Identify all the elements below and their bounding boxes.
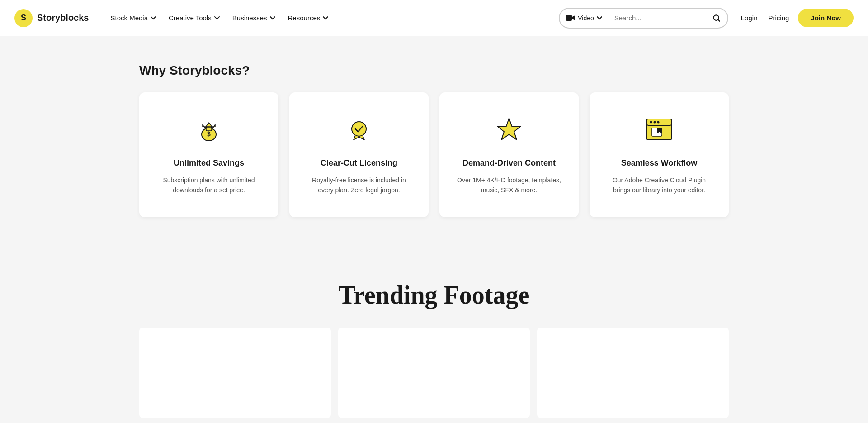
- search-icon: [712, 14, 721, 23]
- feature-cards-grid: $ Unlimited Savings Subscription plans w…: [139, 92, 729, 217]
- card-title-clear-cut-licensing: Clear-Cut Licensing: [321, 158, 397, 168]
- svg-marker-6: [497, 118, 521, 140]
- trending-card-2[interactable]: [338, 328, 530, 418]
- search-submit-button[interactable]: [706, 14, 727, 23]
- svg-point-10: [654, 121, 656, 124]
- feature-card-unlimited-savings: $ Unlimited Savings Subscription plans w…: [139, 92, 278, 217]
- unlimited-savings-icon: $: [193, 114, 225, 146]
- chevron-down-icon: [151, 15, 156, 21]
- clear-cut-licensing-icon: [343, 114, 375, 146]
- svg-point-9: [650, 121, 652, 124]
- svg-text:$: $: [207, 130, 211, 138]
- pricing-link[interactable]: Pricing: [766, 10, 791, 25]
- trending-section: Trending Footage: [139, 253, 729, 418]
- nav-item-stock-media[interactable]: Stock Media: [105, 10, 161, 25]
- feature-card-seamless-workflow: Seamless Workflow Our Adobe Creative Clo…: [590, 92, 729, 217]
- seamless-workflow-icon: [643, 114, 675, 146]
- logo-icon: S: [14, 9, 33, 27]
- search-bar: Video: [559, 8, 728, 29]
- nav-item-creative-tools[interactable]: Creative Tools: [163, 10, 225, 25]
- card-title-demand-driven-content: Demand-Driven Content: [462, 158, 556, 168]
- card-desc-unlimited-savings: Subscription plans with unlimited downlo…: [154, 175, 264, 195]
- trending-grid: [139, 328, 729, 418]
- svg-point-5: [352, 122, 366, 136]
- join-now-button[interactable]: Join Now: [798, 9, 854, 27]
- nav-actions: Login Pricing Join Now: [739, 9, 854, 27]
- card-title-seamless-workflow: Seamless Workflow: [621, 158, 698, 168]
- navbar: S Storyblocks Stock Media Creative Tools…: [0, 0, 868, 36]
- search-type-button[interactable]: Video: [560, 9, 609, 28]
- logo-link[interactable]: S Storyblocks: [14, 9, 89, 27]
- chevron-down-icon: [214, 15, 220, 21]
- trending-card-3[interactable]: [537, 328, 729, 418]
- card-title-unlimited-savings: Unlimited Savings: [174, 158, 244, 168]
- card-desc-seamless-workflow: Our Adobe Creative Cloud Plugin brings o…: [604, 175, 714, 195]
- main-content: Why Storyblocks? $ Unlimited: [118, 36, 750, 418]
- brand-name: Storyblocks: [37, 13, 89, 23]
- why-title: Why Storyblocks?: [139, 63, 729, 78]
- nav-links: Stock Media Creative Tools Businesses Re…: [105, 10, 334, 25]
- trending-title: Trending Footage: [139, 280, 729, 309]
- demand-driven-content-icon: [493, 114, 525, 146]
- nav-item-resources[interactable]: Resources: [283, 10, 334, 25]
- svg-point-11: [657, 121, 660, 124]
- svg-rect-0: [566, 15, 572, 21]
- why-section: Why Storyblocks? $ Unlimited: [139, 63, 729, 217]
- login-link[interactable]: Login: [739, 10, 760, 25]
- search-input[interactable]: [609, 14, 706, 22]
- search-type-chevron-icon: [597, 16, 602, 20]
- trending-card-1[interactable]: [139, 328, 331, 418]
- feature-card-clear-cut-licensing: Clear-Cut Licensing Royalty-free license…: [289, 92, 429, 217]
- chevron-down-icon: [323, 15, 328, 21]
- card-desc-clear-cut-licensing: Royalty-free license is included in ever…: [304, 175, 414, 195]
- video-icon: [566, 14, 575, 22]
- feature-card-demand-driven-content: Demand-Driven Content Over 1M+ 4K/HD foo…: [439, 92, 579, 217]
- card-desc-demand-driven-content: Over 1M+ 4K/HD footage, templates, music…: [454, 175, 564, 195]
- nav-item-businesses[interactable]: Businesses: [227, 10, 281, 25]
- chevron-down-icon: [270, 15, 275, 21]
